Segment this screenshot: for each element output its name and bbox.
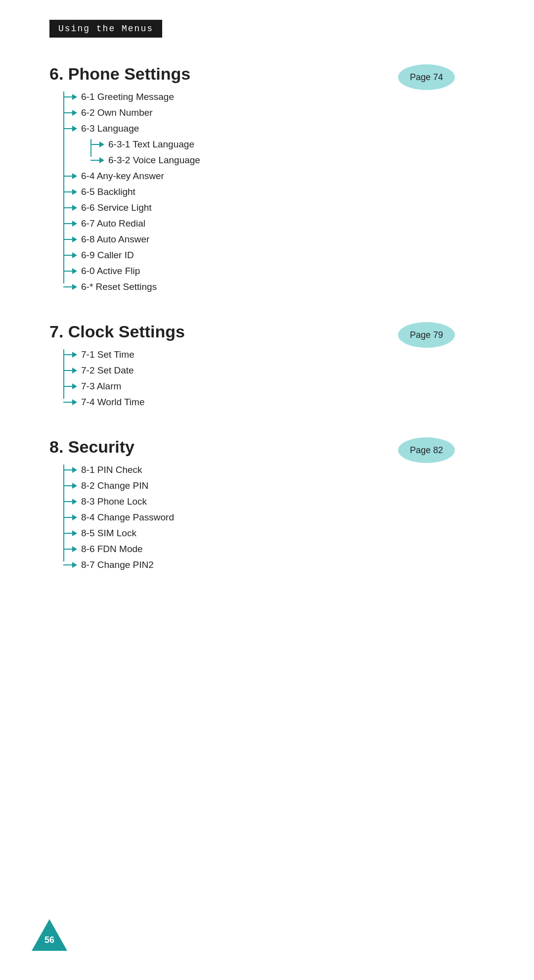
item-6-5-label: 6-5 Backlight <box>81 187 135 197</box>
item-8-6: 8-6 FDN Mode <box>63 544 485 555</box>
header-title: Using the Menus <box>58 24 153 34</box>
item-6-4-label: 6-4 Any-key Answer <box>81 171 164 182</box>
page-badge-7: Page 79 <box>398 322 455 348</box>
item-6-3-1: 6-3-1 Text Language <box>90 139 485 150</box>
item-6-7-label: 6-7 Auto Redial <box>81 218 145 229</box>
item-7-4: 7-4 World Time <box>63 397 485 408</box>
item-8-4-label: 8-4 Change Password <box>81 512 174 523</box>
item-6-2-label: 6-2 Own Number <box>81 107 153 118</box>
main-content: 6. Phone Settings Page 74 6-1 Greeting M… <box>49 64 485 600</box>
page-badge-8: Page 82 <box>398 437 455 463</box>
item-6-4: 6-4 Any-key Answer <box>63 171 485 182</box>
section-phone-settings: 6. Phone Settings Page 74 6-1 Greeting M… <box>49 64 485 292</box>
item-7-2: 7-2 Set Date <box>63 365 485 376</box>
item-6-0-label: 6-0 Active Flip <box>81 266 140 277</box>
item-6-6: 6-6 Service Light <box>63 202 485 213</box>
item-6-8: 6-8 Auto Answer <box>63 234 485 245</box>
item-6-3-label: 6-3 Language <box>81 123 139 134</box>
item-6-5: 6-5 Backlight <box>63 187 485 197</box>
item-6-2: 6-2 Own Number <box>63 107 485 118</box>
item-6-star: 6-* Reset Settings <box>63 281 485 292</box>
header-bar: Using the Menus <box>49 20 162 38</box>
item-8-5: 8-5 SIM Lock <box>63 528 485 539</box>
item-6-3: 6-3 Language <box>63 123 485 134</box>
item-8-7: 8-7 Change PIN2 <box>63 560 485 570</box>
tree-8: 8-1 PIN Check 8-2 Change PIN 8-3 Phone L… <box>63 465 485 570</box>
item-8-2: 8-2 Change PIN <box>63 480 485 491</box>
item-8-6-label: 8-6 FDN Mode <box>81 544 143 555</box>
item-8-4: 8-4 Change Password <box>63 512 485 523</box>
item-6-star-label: 6-* Reset Settings <box>81 281 157 292</box>
item-6-6-label: 6-6 Service Light <box>81 202 152 213</box>
item-6-8-label: 6-8 Auto Answer <box>81 234 149 245</box>
item-8-7-label: 8-7 Change PIN2 <box>81 560 154 570</box>
subtree-6-3: 6-3-1 Text Language 6-3-2 Voice Language <box>90 139 485 166</box>
item-6-3-1-label: 6-3-1 Text Language <box>108 139 194 150</box>
item-6-7: 6-7 Auto Redial <box>63 218 485 229</box>
item-8-1: 8-1 PIN Check <box>63 465 485 475</box>
item-6-9: 6-9 Caller ID <box>63 250 485 261</box>
item-8-3-label: 8-3 Phone Lock <box>81 496 147 507</box>
section-security: 8. Security Page 82 8-1 PIN Check <box>49 437 485 570</box>
item-8-5-label: 8-5 SIM Lock <box>81 528 136 539</box>
tree-6: 6-1 Greeting Message 6-2 Own Number 6-3 … <box>63 92 485 292</box>
triangle-icon: 56 <box>30 917 69 953</box>
item-7-1: 7-1 Set Time <box>63 349 485 360</box>
item-7-3: 7-3 Alarm <box>63 381 485 392</box>
page-number: 56 <box>44 935 54 945</box>
item-7-3-label: 7-3 Alarm <box>81 381 121 392</box>
item-7-1-label: 7-1 Set Time <box>81 349 134 360</box>
item-6-3-2: 6-3-2 Voice Language <box>90 155 485 166</box>
item-6-3-2-label: 6-3-2 Voice Language <box>108 155 200 166</box>
item-8-2-label: 8-2 Change PIN <box>81 480 148 491</box>
item-6-9-label: 6-9 Caller ID <box>81 250 134 261</box>
item-7-4-label: 7-4 World Time <box>81 397 144 408</box>
footer-page-indicator: 56 <box>30 917 69 953</box>
item-6-0: 6-0 Active Flip <box>63 266 485 277</box>
item-8-1-label: 8-1 PIN Check <box>81 465 142 475</box>
item-7-2-label: 7-2 Set Date <box>81 365 134 376</box>
page-badge-6: Page 74 <box>398 64 455 90</box>
item-6-1: 6-1 Greeting Message <box>63 92 485 102</box>
tree-7: 7-1 Set Time 7-2 Set Date 7-3 Alarm <box>63 349 485 408</box>
item-6-1-label: 6-1 Greeting Message <box>81 92 174 102</box>
svg-text:56: 56 <box>44 935 54 945</box>
section-clock-settings: 7. Clock Settings Page 79 7-1 Set Time <box>49 322 485 408</box>
item-8-3: 8-3 Phone Lock <box>63 496 485 507</box>
